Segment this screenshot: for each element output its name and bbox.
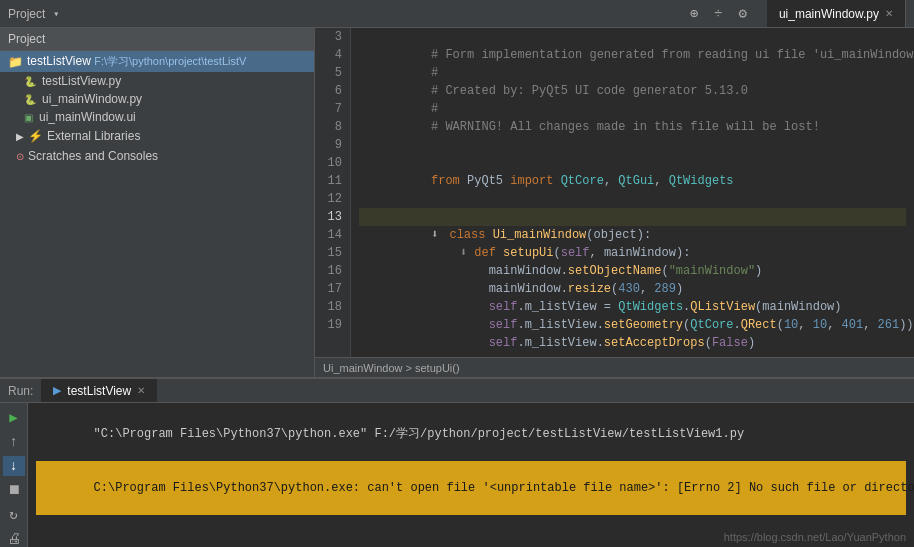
tab-ui-mainwindow[interactable]: ui_mainWindow.py ✕ bbox=[767, 0, 906, 27]
bottom-tab-close-icon[interactable]: ✕ bbox=[137, 385, 145, 396]
bottom-tab-testlistview[interactable]: ▶ testListView ✕ bbox=[41, 379, 157, 402]
line-num-11: 11 bbox=[323, 172, 342, 190]
bottom-tab-label: testListView bbox=[67, 384, 131, 398]
py-file-icon-2: 🐍 bbox=[24, 94, 36, 105]
top-bar: Project ▾ ⊕ ÷ ⚙ ui_mainWindow.py ✕ bbox=[0, 0, 914, 28]
code-line-5: # Created by: PyQt5 UI code generator 5.… bbox=[359, 64, 906, 82]
line-num-12: 12 bbox=[323, 190, 342, 208]
line-num-10: 10 bbox=[323, 154, 342, 172]
sidebar-header-label: Project bbox=[8, 32, 45, 46]
sidebar-item-label: ui_mainWindow.ui bbox=[39, 110, 136, 124]
settings-icon[interactable]: ⚙ bbox=[735, 3, 751, 24]
line-num-7: 7 bbox=[323, 100, 342, 118]
scroll-down-icon[interactable]: ↓ bbox=[3, 456, 25, 476]
bottom-toolbar: ▶ ↑ ↓ ⏹ ↻ 🖨 bbox=[0, 403, 28, 547]
line-num-6: 6 bbox=[323, 82, 342, 100]
breadcrumb: Ui_mainWindow > setupUi() bbox=[315, 357, 914, 377]
line-num-18: 18 bbox=[323, 298, 342, 316]
run-button[interactable]: ▶ bbox=[3, 407, 25, 428]
main-area: Project 📁 testListView F:\学习\python\proj… bbox=[0, 28, 914, 377]
line-numbers: 3 4 5 6 7 8 9 10 11 12 13 14 15 16 17 18… bbox=[315, 28, 351, 357]
sidebar: Project 📁 testListView F:\学习\python\proj… bbox=[0, 28, 315, 377]
code-line-13: ⬇ class Ui_mainWindow(object): bbox=[359, 208, 906, 226]
tab-close-icon[interactable]: ✕ bbox=[885, 8, 893, 19]
compare-icon[interactable]: ÷ bbox=[710, 4, 726, 24]
line-num-19: 19 bbox=[323, 316, 342, 334]
breadcrumb-text: Ui_mainWindow > setupUi() bbox=[323, 362, 460, 374]
sidebar-item-ui-mainwindow-py[interactable]: 🐍 ui_mainWindow.py bbox=[0, 90, 314, 108]
tab-label: ui_mainWindow.py bbox=[779, 7, 879, 21]
output-line-1: "C:\Program Files\Python37\python.exe" F… bbox=[36, 407, 906, 461]
line-num-13: 13 bbox=[323, 208, 342, 226]
line-num-3: 3 bbox=[323, 28, 342, 46]
editor-tab-bar: ui_mainWindow.py ✕ bbox=[767, 0, 906, 27]
sidebar-item-label: testListView.py bbox=[42, 74, 121, 88]
line-num-16: 16 bbox=[323, 262, 342, 280]
project-root[interactable]: 📁 testListView F:\学习\python\project\test… bbox=[0, 51, 314, 72]
section-icon: ⚡ bbox=[28, 129, 43, 143]
folder-icon: 📁 bbox=[8, 55, 23, 69]
project-root-label: testListView F:\学习\python\project\testLi… bbox=[27, 54, 246, 69]
section-label: External Libraries bbox=[47, 129, 140, 143]
line-num-15: 15 bbox=[323, 244, 342, 262]
code-content[interactable]: # Form implementation generated from rea… bbox=[351, 28, 914, 357]
line-num-4: 4 bbox=[323, 46, 342, 64]
scroll-up-icon[interactable]: ↑ bbox=[3, 432, 25, 452]
print-icon[interactable]: 🖨 bbox=[3, 529, 25, 547]
stop-icon[interactable]: ⏹ bbox=[3, 480, 25, 500]
code-line-3: # Form implementation generated from rea… bbox=[359, 28, 906, 46]
sidebar-header: Project bbox=[0, 28, 314, 51]
code-line-12 bbox=[359, 190, 906, 208]
code-area: 3 4 5 6 7 8 9 10 11 12 13 14 15 16 17 18… bbox=[315, 28, 914, 357]
line-num-14: 14 bbox=[323, 226, 342, 244]
ui-file-icon: ▣ bbox=[24, 112, 33, 123]
bottom-tab-bar: Run: ▶ testListView ✕ bbox=[0, 379, 914, 403]
line-num-9: 9 bbox=[323, 136, 342, 154]
code-line-9 bbox=[359, 136, 906, 154]
sidebar-item-testlistview-py[interactable]: 🐍 testListView.py bbox=[0, 72, 314, 90]
line-num-17: 17 bbox=[323, 280, 342, 298]
code-line-7: # WARNING! All changes made in this file… bbox=[359, 100, 906, 118]
sidebar-section-scratches[interactable]: ⊙ Scratches and Consoles bbox=[0, 146, 314, 166]
line-num-8: 8 bbox=[323, 118, 342, 136]
sidebar-section-external-libraries[interactable]: ▶ ⚡ External Libraries bbox=[0, 126, 314, 146]
code-line-10: from PyQt5 import QtCore, QtGui, QtWidge… bbox=[359, 154, 906, 172]
watermark: https://blog.csdn.net/Lao/YuanPython bbox=[724, 531, 906, 543]
py-file-icon: 🐍 bbox=[24, 76, 36, 87]
run-label: Run: bbox=[8, 384, 33, 398]
new-file-icon[interactable]: ⊕ bbox=[686, 3, 702, 24]
line-num-5: 5 bbox=[323, 64, 342, 82]
sidebar-item-label: ui_mainWindow.py bbox=[42, 92, 142, 106]
output-line-2: C:\Program Files\Python37\python.exe: ca… bbox=[36, 461, 906, 515]
scratches-icon: ⊙ bbox=[16, 151, 24, 162]
expand-icon: ▶ bbox=[16, 131, 24, 142]
bottom-content: ▶ ↑ ↓ ⏹ ↻ 🖨 "C:\Program Files\Python37\p… bbox=[0, 403, 914, 547]
rerun-icon[interactable]: ↻ bbox=[3, 504, 25, 525]
section-label: Scratches and Consoles bbox=[28, 149, 158, 163]
output-area[interactable]: "C:\Program Files\Python37\python.exe" F… bbox=[28, 403, 914, 547]
bottom-panel: Run: ▶ testListView ✕ ▶ ↑ ↓ ⏹ ↻ 🖨 "C:\Pr… bbox=[0, 377, 914, 547]
project-dropdown-icon[interactable]: ▾ bbox=[53, 8, 59, 20]
code-editor[interactable]: 3 4 5 6 7 8 9 10 11 12 13 14 15 16 17 18… bbox=[315, 28, 914, 377]
sidebar-item-ui-mainwindow-ui[interactable]: ▣ ui_mainWindow.ui bbox=[0, 108, 314, 126]
project-label: Project bbox=[8, 7, 45, 21]
